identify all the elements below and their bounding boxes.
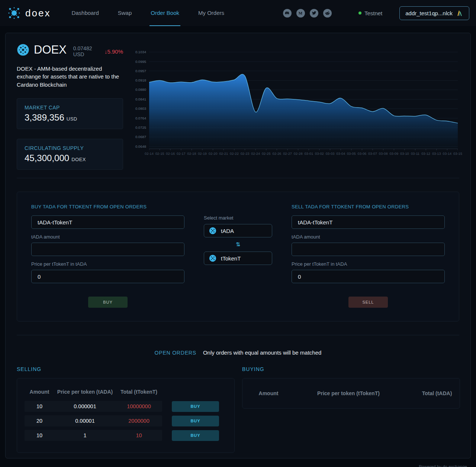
sell-submit-button[interactable]: SELL bbox=[348, 297, 388, 308]
tada-token-icon bbox=[209, 227, 216, 234]
selling-rows: 100.00000110000000BUY200.000012000000BUY… bbox=[25, 401, 227, 441]
x-tick-label: 02-17 bbox=[177, 152, 186, 156]
selling-header-price: Price per token (tADA) bbox=[54, 389, 116, 395]
twitter-icon[interactable] bbox=[310, 9, 318, 17]
nav-dashboard[interactable]: Dashboard bbox=[70, 0, 100, 26]
quote-token-select[interactable]: tTokenT bbox=[204, 252, 272, 265]
wallet-address-button[interactable]: addr_test1qp...nlck bbox=[399, 6, 469, 20]
buying-header-amount: Amount bbox=[250, 390, 287, 396]
row-buy-button[interactable]: BUY bbox=[172, 401, 219, 412]
divider bbox=[17, 178, 459, 178]
doex-token-icon bbox=[17, 44, 29, 56]
x-tick-label: 02-15 bbox=[155, 152, 164, 156]
y-tick-label: 0.0841 bbox=[135, 97, 146, 101]
x-tick-label: 02-27 bbox=[283, 152, 292, 156]
y-tick-label: 0.0803 bbox=[135, 106, 146, 111]
buy-pair-select[interactable]: tADA-tTokenT bbox=[31, 215, 184, 229]
quote-token-label: tTokenT bbox=[221, 255, 241, 262]
base-token-select[interactable]: tADA bbox=[204, 224, 272, 237]
chart-x-axis-labels: 02-1402-1502-1602-1702-1802-1902-2002-21… bbox=[149, 151, 458, 157]
x-tick-label: 03-11 bbox=[411, 152, 419, 156]
nav-swap[interactable]: Swap bbox=[117, 0, 133, 26]
buy-price-input[interactable] bbox=[31, 270, 184, 283]
buy-form: BUY TADA FOR TTOKENT FROM OPEN ORDERS tA… bbox=[31, 204, 184, 308]
x-tick-label: 03-05 bbox=[347, 152, 356, 156]
powered-by-text: Powered by do.exchange bbox=[9, 464, 467, 467]
x-tick-label: 02-21 bbox=[219, 152, 228, 156]
main-card: DOEX 0.07482 USD ↓5.90% DOEX - AMM-based… bbox=[5, 33, 471, 458]
market-cap-value: 3,389,356USD bbox=[25, 112, 115, 123]
doex-logo-icon bbox=[7, 6, 22, 20]
sell-price-label: Price per tTokenT in tADA bbox=[292, 261, 445, 267]
price-chart-area: 0.10340.09950.09570.09180.08800.08410.08… bbox=[133, 42, 459, 170]
open-orders-title: OPEN ORDERS bbox=[155, 350, 196, 356]
sell-price-input[interactable] bbox=[292, 270, 445, 283]
x-tick-label: 02-25 bbox=[262, 152, 271, 156]
token-change: ↓5.90% bbox=[104, 45, 123, 55]
order-forms-section: BUY TADA FOR TTOKENT FROM OPEN ORDERS tA… bbox=[17, 192, 459, 322]
buy-form-title: BUY TADA FOR TTOKENT FROM OPEN ORDERS bbox=[31, 204, 184, 210]
brand-logo[interactable]: doex bbox=[7, 6, 51, 20]
x-tick-label: 03-15 bbox=[453, 152, 462, 156]
selling-table: Amount Price per token (tADA) Total (tTo… bbox=[17, 378, 235, 453]
base-token-label: tADA bbox=[221, 228, 234, 234]
wallet-address: addr_test1qp...nlck bbox=[405, 10, 453, 16]
x-tick-label: 03-03 bbox=[326, 152, 335, 156]
svg-text:M: M bbox=[299, 11, 303, 15]
table-row: 10110BUY bbox=[25, 430, 227, 441]
order-total: 10000000 bbox=[116, 403, 162, 409]
top-nav: doex Dashboard Swap Order Book My Orders… bbox=[0, 0, 476, 26]
x-tick-label: 03-08 bbox=[379, 152, 388, 156]
buying-column: BUYING Amount Price per token (tTokenT) … bbox=[242, 366, 460, 453]
x-tick-label: 02-26 bbox=[273, 152, 282, 156]
y-tick-label: 0.0687 bbox=[135, 135, 146, 139]
circulating-supply-unit: DOEX bbox=[71, 157, 86, 162]
x-tick-label: 02-18 bbox=[187, 152, 196, 156]
main-nav: Dashboard Swap Order Book My Orders bbox=[70, 0, 242, 26]
swap-direction-icon[interactable]: ⇅ bbox=[236, 241, 241, 247]
ttokent-token-icon bbox=[209, 255, 216, 262]
order-row-values: 200.000012000000 bbox=[25, 415, 162, 426]
order-total: 10 bbox=[116, 432, 162, 438]
x-tick-label: 03-07 bbox=[368, 152, 377, 156]
buy-submit-button[interactable]: BUY bbox=[88, 297, 128, 308]
x-tick-label: 02-14 bbox=[145, 152, 154, 156]
buy-amount-label: tADA amount bbox=[31, 234, 184, 240]
order-amount: 20 bbox=[25, 418, 54, 424]
x-tick-label: 02-16 bbox=[166, 152, 175, 156]
market-cap-label: MARKET CAP bbox=[25, 105, 115, 111]
open-orders-header: OPEN ORDERS Only orders with equal amoun… bbox=[6, 349, 470, 356]
table-row: 100.00000110000000BUY bbox=[25, 401, 227, 412]
sell-pair-select[interactable]: tADA-tTokenT bbox=[292, 215, 445, 229]
reddit-icon[interactable] bbox=[323, 9, 332, 17]
discord-icon[interactable] bbox=[283, 9, 292, 17]
token-overview-section: DOEX 0.07482 USD ↓5.90% DOEX - AMM-based… bbox=[6, 33, 470, 170]
nav-my-orders[interactable]: My Orders bbox=[197, 0, 225, 26]
table-row: 200.000012000000BUY bbox=[25, 415, 227, 426]
nav-order-book[interactable]: Order Book bbox=[149, 0, 180, 26]
market-cap-unit: USD bbox=[67, 116, 77, 122]
row-buy-button[interactable]: BUY bbox=[172, 416, 219, 426]
x-tick-label: 03-02 bbox=[315, 152, 324, 156]
buying-table-header: Amount Price per token (tTokenT) Total (… bbox=[250, 390, 452, 396]
sell-amount-input[interactable] bbox=[292, 243, 445, 256]
select-market-label: Select market bbox=[204, 215, 272, 221]
buy-amount-input[interactable] bbox=[31, 243, 184, 256]
x-tick-label: 03-13 bbox=[432, 152, 441, 156]
social-links: M bbox=[283, 9, 332, 17]
x-tick-label: 03-14 bbox=[443, 152, 452, 156]
order-amount: 10 bbox=[25, 432, 54, 438]
buying-header-total: Total (tADA) bbox=[410, 390, 464, 396]
x-tick-label: 02-23 bbox=[241, 152, 250, 156]
row-buy-button[interactable]: BUY bbox=[172, 430, 219, 441]
y-tick-label: 0.0725 bbox=[135, 125, 146, 129]
divider bbox=[17, 335, 459, 335]
medium-icon[interactable]: M bbox=[296, 9, 305, 17]
buy-price-label: Price per tTokenT in tADA bbox=[31, 261, 184, 267]
chart-y-axis-labels: 0.10340.09950.09570.09180.08800.08410.08… bbox=[133, 49, 149, 151]
order-price: 1 bbox=[54, 432, 116, 438]
x-tick-label: 03-10 bbox=[400, 152, 409, 156]
nami-wallet-icon bbox=[456, 9, 463, 17]
network-label: Testnet bbox=[364, 10, 382, 16]
buying-title: BUYING bbox=[242, 366, 460, 372]
